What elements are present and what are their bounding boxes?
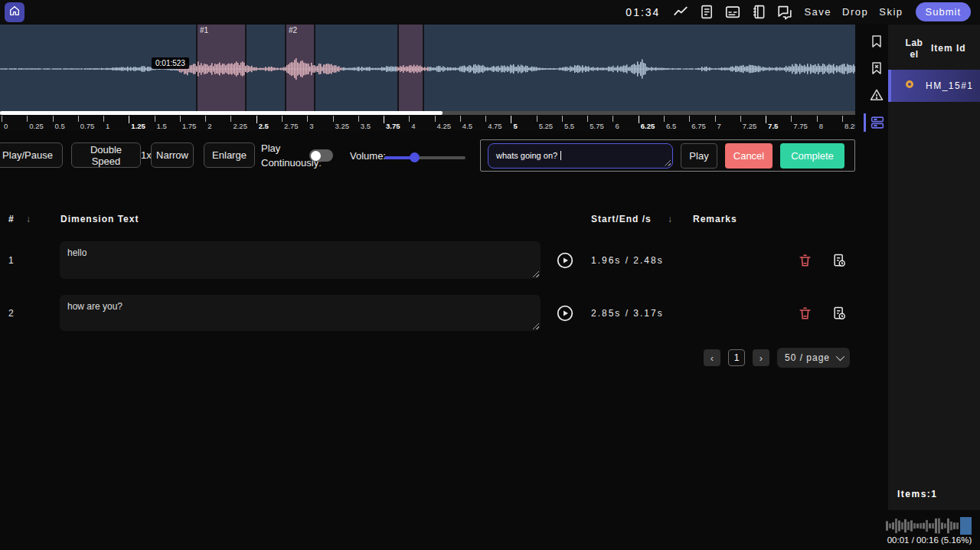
top-bar: 01:34 Save Drop Skip Submit	[0, 0, 980, 24]
notebook-icon[interactable]	[750, 4, 767, 21]
ruler-tick-label: 1	[106, 122, 109, 130]
narrow-button[interactable]: Narrow	[151, 142, 194, 168]
column-index: #	[8, 214, 15, 224]
mini-waveform-thumbnail[interactable]	[886, 517, 972, 535]
sidebar-rail	[864, 25, 888, 510]
waveform-canvas[interactable]	[0, 25, 855, 111]
item-sidebar: Label Item Id HM_15#1 Items:1	[888, 25, 980, 510]
drop-action[interactable]: Drop	[842, 6, 868, 18]
row-play-icon[interactable]	[557, 252, 573, 269]
waveform-panel[interactable]: #1 #2 0:01:523	[0, 25, 855, 111]
ruler-tick	[740, 116, 741, 122]
item-id: HM_15#1	[926, 80, 974, 91]
toggle-knob	[311, 151, 321, 161]
sort-down-icon[interactable]: ↓	[26, 214, 31, 224]
cancel-button[interactable]: Cancel	[725, 143, 773, 169]
volume-slider[interactable]	[384, 152, 466, 162]
ruler-tick-label: 6	[615, 122, 619, 130]
ruler-tick	[485, 116, 486, 122]
ruler-tick	[612, 116, 613, 122]
delete-icon[interactable]	[798, 253, 812, 268]
ruler-tick	[333, 116, 334, 122]
table-row: 2 how are you? 2.85s / 3.17s	[0, 295, 855, 331]
play-pause-button[interactable]: Play/Pause	[0, 142, 63, 168]
pagination: ‹ 1 › 50 / page	[704, 348, 850, 368]
waveform-scrollbar-thumb[interactable]	[0, 111, 443, 115]
resize-handle-icon[interactable]	[532, 270, 539, 277]
complete-button[interactable]: Complete	[780, 143, 844, 169]
next-page-button[interactable]: ›	[753, 349, 769, 366]
save-action[interactable]: Save	[804, 6, 831, 18]
ruler-tick	[664, 116, 665, 122]
audio-annotation-app: 01:34 Save Drop Skip Submit #1	[0, 0, 980, 550]
ruler-tick-label: 7.5	[768, 122, 778, 130]
column-remarks: Remarks	[693, 214, 737, 224]
report-icon[interactable]	[698, 4, 715, 21]
ruler-tick	[460, 116, 461, 122]
ruler-tick-label: 2.25	[233, 122, 247, 130]
submit-button[interactable]: Submit	[916, 2, 971, 21]
double-speed-button[interactable]: Double Speed	[71, 142, 141, 168]
column-dimension-text: Dimension Text	[60, 214, 139, 224]
ruler-tick-label: 8.25	[844, 122, 855, 130]
page-size-value: 50 / page	[785, 352, 830, 363]
resize-handle-icon[interactable]	[664, 159, 671, 166]
item-row-selected[interactable]: HM_15#1	[888, 70, 980, 102]
active-tab-indicator	[864, 113, 866, 132]
dimension-text-input[interactable]: hello	[60, 241, 541, 279]
skip-action[interactable]: Skip	[879, 6, 903, 18]
chart-line-icon[interactable]	[672, 4, 689, 21]
home-button[interactable]	[5, 2, 24, 22]
start-end-time: 1.96s / 2.48s	[591, 255, 664, 266]
segment-play-button[interactable]: Play	[681, 143, 717, 169]
waveform-scrollbar-track[interactable]	[0, 111, 855, 115]
ruler-tick	[562, 116, 563, 122]
ruler-tick	[689, 116, 690, 122]
time-ruler: 00.250.50.7511.251.51.7522.252.52.7533.2…	[0, 116, 855, 131]
record-history-icon[interactable]	[831, 306, 847, 321]
enlarge-button[interactable]: Enlarge	[204, 142, 255, 168]
bookmark-x-icon[interactable]	[869, 61, 884, 76]
dimension-text-value: how are you?	[67, 301, 122, 312]
sort-down-icon[interactable]: ↓	[668, 214, 673, 224]
ruler-tick	[129, 116, 129, 123]
task-timer: 01:34	[626, 6, 660, 18]
record-history-icon[interactable]	[831, 253, 847, 268]
delete-icon[interactable]	[798, 306, 812, 321]
row-number: 2	[8, 295, 14, 331]
row-number: 1	[8, 241, 14, 279]
ruler-tick	[27, 116, 28, 122]
warning-icon[interactable]	[869, 87, 884, 103]
selected-row-accent	[888, 70, 891, 102]
bookmark-icon[interactable]	[869, 34, 884, 49]
volume-knob[interactable]	[410, 152, 420, 162]
subtitle-icon[interactable]	[724, 4, 741, 21]
ruler-tick	[256, 116, 257, 123]
ruler-tick	[282, 116, 283, 122]
ruler-tick-label: 7	[717, 122, 721, 130]
ruler-tick-label: 0.5	[55, 122, 65, 130]
playhead-time-tooltip: 0:01:523	[152, 57, 189, 69]
ruler-tick-label: 7.75	[793, 122, 808, 130]
row-play-icon[interactable]	[557, 305, 573, 322]
ruler-tick	[180, 116, 181, 122]
play-continuously-toggle[interactable]	[309, 149, 333, 162]
ruler-tick-label: 1.25	[131, 122, 145, 130]
ruler-tick-label: 8	[819, 122, 823, 130]
current-page[interactable]: 1	[728, 349, 745, 366]
ruler-tick	[715, 116, 716, 122]
dimension-text-input[interactable]: how are you?	[60, 295, 541, 331]
ruler-tick-label: 5.75	[590, 122, 604, 130]
annotation-input[interactable]: whats going on?	[488, 143, 673, 169]
chat-icon[interactable]	[776, 4, 793, 21]
page-size-select[interactable]: 50 / page	[777, 348, 850, 368]
ruler-tick	[384, 116, 384, 123]
ruler-tick-label: 5	[513, 122, 517, 130]
ruler-tick	[358, 116, 359, 122]
item-id-column-header: Item Id	[931, 43, 966, 54]
ruler-tick-label: 4.75	[488, 122, 502, 130]
annotation-group: whats going on? Play Cancel Complete	[480, 139, 855, 172]
item-list-icon[interactable]	[869, 114, 884, 129]
prev-page-button[interactable]: ‹	[704, 349, 720, 366]
resize-handle-icon[interactable]	[532, 322, 539, 329]
